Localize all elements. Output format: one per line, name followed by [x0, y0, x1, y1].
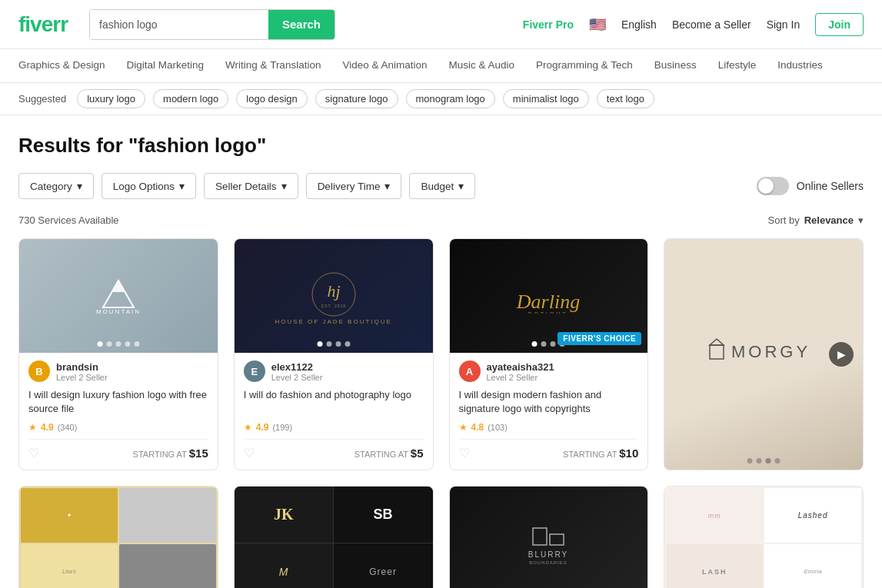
starting-at-label: STARTING AT — [133, 450, 189, 459]
filter-delivery-time[interactable]: Delivery Time ▾ — [306, 173, 402, 199]
avatar: A — [459, 360, 481, 382]
card-dots — [317, 341, 350, 347]
filter-logo-options[interactable]: Logo Options ▾ — [102, 173, 196, 199]
star-icon: ★ — [244, 422, 252, 433]
card-body: R ruliansari Level 2 Seller I will desig… — [664, 470, 863, 470]
svg-text:MOUNTAIN: MOUNTAIN — [96, 308, 141, 315]
card-rating: ★ 4.9 (340) — [28, 422, 208, 433]
chevron-down-icon: ▾ — [77, 180, 82, 192]
filters-row: Category ▾ Logo Options ▾ Seller Details… — [18, 173, 864, 199]
filter-category[interactable]: Category ▾ — [18, 173, 94, 199]
chevron-down-icon: ▾ — [384, 180, 390, 192]
svg-text:BOUNDARIES: BOUNDARIES — [530, 560, 568, 565]
nav-item-music[interactable]: Music & Audio — [449, 56, 515, 75]
star-icon: ★ — [459, 422, 468, 433]
card-title: I will design modern fashion and signatu… — [459, 388, 639, 416]
card-footer: ♡ STARTING AT $15 — [28, 439, 208, 460]
seller-username[interactable]: ayateaisha321 — [487, 361, 554, 373]
nav-item-video[interactable]: Video & Animation — [342, 56, 427, 75]
card-rating: ★ 4.8 (103) — [459, 422, 639, 433]
become-seller-link[interactable]: Become a Seller — [672, 18, 751, 31]
card-image: mm Lashed LASH Emma — [664, 487, 863, 588]
search-input[interactable] — [90, 10, 268, 39]
sort-by[interactable]: Sort by Relevance ▾ — [767, 214, 864, 226]
tag-modern-logo[interactable]: modern logo — [153, 89, 228, 108]
logo[interactable]: fiverr — [18, 12, 68, 37]
nav-item-business[interactable]: Business — [654, 56, 697, 75]
table-row[interactable]: mm Lashed LASH Emma — [664, 486, 864, 588]
star-icon: ★ — [28, 422, 37, 433]
header-nav: Fiverr Pro 🇺🇸 English Become a Seller Si… — [523, 13, 864, 36]
table-row[interactable]: JK SB M Greer — [234, 486, 434, 588]
heart-button[interactable]: ♡ — [28, 446, 39, 460]
card-body: B brandsin Level 2 Seller I will design … — [19, 353, 218, 470]
card-dots — [97, 341, 139, 347]
rating-value: 4.8 — [471, 422, 484, 433]
toggle-knob — [758, 178, 774, 194]
avatar: E — [244, 360, 265, 382]
play-button[interactable]: ▶ — [829, 342, 854, 367]
table-row[interactable]: MOUNTAIN BOUTIQUE B brandsin Level 2 Sel… — [18, 238, 218, 470]
avatar: B — [28, 360, 50, 382]
toggle-switch[interactable] — [757, 177, 789, 195]
tag-minimalist-logo[interactable]: minimalist logo — [503, 89, 589, 108]
sign-in-link[interactable]: Sign In — [767, 18, 800, 31]
svg-text:Darling: Darling — [516, 291, 580, 313]
tag-text-logo[interactable]: text logo — [597, 89, 654, 108]
seller-level: Level 2 Seller — [487, 373, 554, 382]
svg-text:BOTIQUE: BOTIQUE — [528, 311, 569, 314]
heart-button[interactable]: ♡ — [459, 446, 470, 460]
table-row[interactable]: Darling BOTIQUE FIVERR'S CHOICE A ayatea… — [449, 238, 649, 470]
nav-item-graphics[interactable]: Graphics & Design — [18, 56, 105, 75]
svg-rect-12 — [533, 528, 547, 545]
sort-label: Sort by — [767, 214, 799, 226]
tag-logo-design[interactable]: logo design — [236, 89, 308, 108]
language-selector[interactable]: English — [621, 18, 657, 31]
fiverr-pro-link[interactable]: Fiverr Pro — [523, 18, 574, 31]
suggested-bar: Suggested luxury logo modern logo logo d… — [0, 83, 882, 115]
tag-luxury-logo[interactable]: luxury logo — [77, 89, 145, 108]
table-row[interactable]: ✦ Lisa's — [18, 486, 218, 588]
nav-item-industries[interactable]: Industries — [777, 56, 823, 75]
price-section: STARTING AT $10 — [563, 447, 638, 460]
seller-level: Level 2 Seller — [271, 373, 323, 382]
seller-info: E elex1122 Level 2 Seller — [244, 360, 424, 382]
filter-budget[interactable]: Budget ▾ — [409, 173, 475, 199]
online-sellers-toggle: Online Sellers — [757, 177, 864, 195]
card-rating: ★ 4.9 (199) — [244, 422, 424, 433]
search-button[interactable]: Search — [268, 10, 334, 39]
price-value: $10 — [619, 447, 638, 460]
table-row[interactable]: BLURRY BOUNDARIES — [449, 486, 649, 588]
seller-info: A ayateaisha321 Level 2 Seller — [459, 360, 639, 382]
tag-signature-logo[interactable]: signature logo — [315, 89, 398, 108]
results-bar: 730 Services Available Sort by Relevance… — [18, 214, 864, 226]
chevron-down-icon: ▾ — [281, 180, 287, 192]
tag-monogram-logo[interactable]: monogram logo — [406, 89, 495, 108]
svg-text:BLURRY: BLURRY — [528, 550, 568, 559]
card-title: I will design luxury fashion logo with f… — [28, 388, 208, 416]
svg-marker-10 — [710, 339, 724, 345]
fiverrs-choice-badge: FIVERR'S CHOICE — [557, 332, 641, 345]
table-row[interactable]: hj EST. 2018 HOUSE OF JADE BOUTIQUE E el… — [234, 238, 434, 470]
card-footer: ♡ STARTING AT $5 — [244, 439, 424, 460]
svg-text:EST. 2018: EST. 2018 — [321, 304, 346, 308]
join-button[interactable]: Join — [815, 13, 864, 36]
nav-item-digital-marketing[interactable]: Digital Marketing — [127, 56, 205, 75]
filter-seller-details[interactable]: Seller Details ▾ — [204, 173, 298, 199]
heart-button[interactable]: ♡ — [244, 446, 255, 460]
seller-info: B brandsin Level 2 Seller — [28, 360, 208, 382]
seller-username[interactable]: brandsin — [56, 361, 108, 373]
chevron-down-icon: ▾ — [179, 180, 185, 192]
seller-username[interactable]: elex1122 — [271, 361, 323, 373]
svg-rect-9 — [710, 345, 724, 359]
card-body: A ayateaisha321 Level 2 Seller I will de… — [450, 353, 648, 470]
nav-item-programming[interactable]: Programming & Tech — [536, 56, 633, 75]
starting-at-label: STARTING AT — [354, 450, 411, 459]
results-count: 730 Services Available — [18, 214, 119, 226]
nav-item-lifestyle[interactable]: Lifestyle — [718, 56, 757, 75]
header: fiverr Search Fiverr Pro 🇺🇸 English Beco… — [0, 0, 882, 49]
sort-value: Relevance — [804, 214, 854, 226]
table-row[interactable]: MORGY ▶ R ruliansari Level 2 Seller I wi… — [664, 238, 864, 470]
nav-item-writing[interactable]: Writing & Translation — [225, 56, 321, 75]
rating-count: (103) — [488, 423, 508, 432]
